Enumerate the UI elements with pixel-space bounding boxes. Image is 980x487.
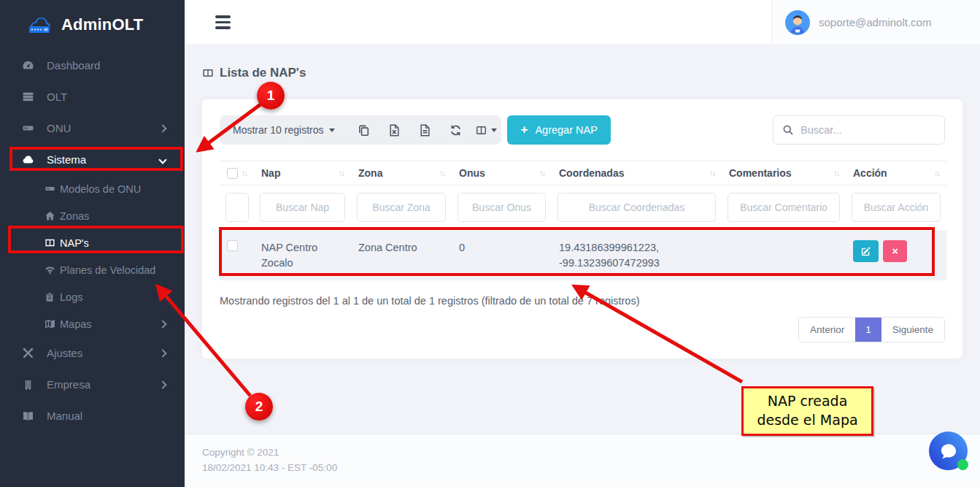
sidebar-item-zonas[interactable]: Zonas — [0, 202, 185, 229]
column-header-coordenadas[interactable]: Coordenadas — [559, 167, 624, 179]
chevron-right-icon — [158, 380, 166, 388]
clipboard-icon — [44, 292, 55, 302]
column-header-zona[interactable]: Zona — [358, 167, 382, 179]
filter-accion-input[interactable] — [852, 193, 941, 222]
sidebar-item-empresa[interactable]: Empresa — [0, 369, 185, 400]
main-area: soporte@adminolt.com Lista de NAP's Most… — [185, 0, 980, 487]
plus-icon: + — [520, 123, 528, 137]
filter-zona-input[interactable] — [357, 193, 446, 222]
table-filter-row — [220, 185, 946, 231]
footer: Copyright © 2021 18/02/2021 10:43 - EST … — [185, 434, 980, 487]
pagination-next-button[interactable]: Siguiente — [881, 318, 944, 342]
sidebar-item-sistema[interactable]: Sistema — [0, 144, 185, 175]
sidebar-item-onu[interactable]: ONU — [0, 112, 185, 144]
chat-bubble-icon — [938, 441, 959, 461]
sidebar-item-logs[interactable]: Logs — [0, 283, 185, 310]
book-icon — [20, 410, 35, 422]
refresh-button[interactable] — [440, 115, 471, 145]
add-nap-label: Agregar NAP — [535, 124, 597, 136]
sidebar-item-olt[interactable]: OLT — [0, 81, 185, 112]
sort-icon[interactable]: ↑↓ — [709, 169, 714, 177]
row-checkbox[interactable] — [227, 240, 238, 251]
filter-onus-input[interactable] — [458, 193, 546, 222]
refresh-icon — [450, 124, 462, 137]
pagination-prev-button[interactable]: Anterior — [799, 318, 855, 342]
filter-comentario-input[interactable] — [728, 193, 840, 222]
online-status-dot — [957, 459, 968, 470]
delete-x-icon: × — [892, 245, 898, 257]
coordinate-lng: -99.13239607472993 — [559, 256, 714, 271]
columns-icon — [475, 125, 487, 136]
sidebar-item-label: Modelos de ONU — [60, 183, 141, 195]
sidebar-item-label: OLT — [47, 91, 67, 103]
user-menu[interactable]: soporte@adminolt.com — [771, 0, 980, 45]
sidebar-item-label: Logs — [60, 291, 82, 303]
pagination: Anterior 1 Siguiente — [220, 317, 945, 342]
sidebar-item-label: Zonas — [60, 210, 89, 222]
cloud-switch-logo-icon — [25, 14, 54, 36]
edit-button[interactable] — [853, 240, 879, 262]
sort-icon[interactable]: ↑↓ — [539, 169, 544, 177]
sort-icon[interactable]: ↑↓ — [934, 169, 939, 177]
map-icon — [44, 318, 55, 329]
sidebar-item-planes-de-velocidad[interactable]: Planes de Velocidad — [0, 256, 185, 283]
sidebar-item-mapas[interactable]: Mapas — [0, 310, 185, 337]
pagination-page-1-button[interactable]: 1 — [855, 318, 881, 342]
columns-icon — [44, 237, 55, 248]
export-file-button[interactable] — [409, 115, 440, 145]
sidebar-item-label: Sistema — [47, 153, 86, 166]
sort-icon[interactable]: ↑↓ — [439, 169, 444, 177]
column-visibility-button[interactable] — [471, 115, 501, 145]
chevron-right-icon — [158, 124, 166, 132]
cell-nap: NAP Centro Zocalo — [254, 231, 351, 280]
building-icon — [20, 379, 35, 391]
sort-icon[interactable]: ↑↓ — [339, 169, 344, 177]
copy-button[interactable] — [348, 115, 379, 145]
column-header-onus[interactable]: Onus — [459, 167, 485, 179]
sidebar-item-label: Manual — [47, 410, 82, 422]
global-search — [773, 115, 945, 145]
sort-icon[interactable]: ↑↓ — [833, 169, 838, 177]
chat-widget-button[interactable] — [929, 432, 968, 470]
select-all-checkbox[interactable] — [227, 168, 238, 179]
naps-card: Mostrar 10 registros — [202, 99, 962, 358]
filter-coordenadas-input[interactable] — [557, 193, 716, 222]
table-header-row: ↑↓ Nap↑↓ Zona↑↓ Onus↑↓ Coordenadas↑↓ Com… — [220, 161, 946, 185]
sidebar-item-manual[interactable]: Manual — [0, 400, 185, 432]
sidebar-item-naps[interactable]: NAP's — [0, 229, 185, 256]
column-header-comentarios[interactable]: Comentarios — [729, 167, 792, 179]
filter-nap-input[interactable] — [260, 193, 345, 222]
cell-coordenadas: 19.43186399961223, -99.13239607472993 — [552, 231, 722, 280]
avatar — [785, 10, 810, 35]
excel-file-icon — [389, 124, 400, 137]
naps-table: ↑↓ Nap↑↓ Zona↑↓ Onus↑↓ Coordenadas↑↓ Com… — [220, 161, 946, 280]
caret-down-icon — [329, 129, 335, 132]
cell-accion: × — [846, 231, 946, 280]
cell-comentarios — [722, 231, 846, 280]
sidebar-toggle-button[interactable] — [215, 15, 231, 29]
columns-icon — [202, 67, 214, 79]
add-nap-button[interactable]: + Agregar NAP — [507, 115, 610, 145]
brand-logo[interactable]: AdminOLT — [0, 0, 185, 50]
column-header-nap[interactable]: Nap — [261, 167, 280, 179]
sidebar-item-label: ONU — [47, 122, 71, 134]
search-icon — [782, 124, 794, 136]
document-icon — [420, 124, 431, 137]
show-entries-dropdown[interactable]: Mostrar 10 registros — [220, 115, 348, 145]
filter-select-input[interactable] — [225, 193, 249, 222]
edit-pencil-icon — [860, 246, 871, 257]
delete-button[interactable]: × — [883, 240, 907, 262]
cell-onus: 0 — [452, 231, 552, 280]
column-header-accion[interactable]: Acción — [853, 167, 887, 179]
sidebar-item-label: Mapas — [60, 318, 92, 330]
sidebar-item-modelos-de-onu[interactable]: Modelos de ONU — [0, 175, 185, 202]
export-excel-button[interactable] — [379, 115, 409, 145]
sidebar-item-ajustes[interactable]: Ajustes — [0, 337, 185, 369]
modem-icon — [20, 122, 35, 134]
sort-icon[interactable]: ↑↓ — [242, 169, 247, 177]
wifi-icon — [44, 264, 55, 275]
sidebar-item-dashboard[interactable]: Dashboard — [0, 50, 185, 81]
brand-name: AdminOLT — [61, 15, 143, 34]
table-row: NAP Centro Zocalo Zona Centro 0 19.43186… — [220, 231, 946, 280]
search-input[interactable] — [800, 124, 937, 136]
